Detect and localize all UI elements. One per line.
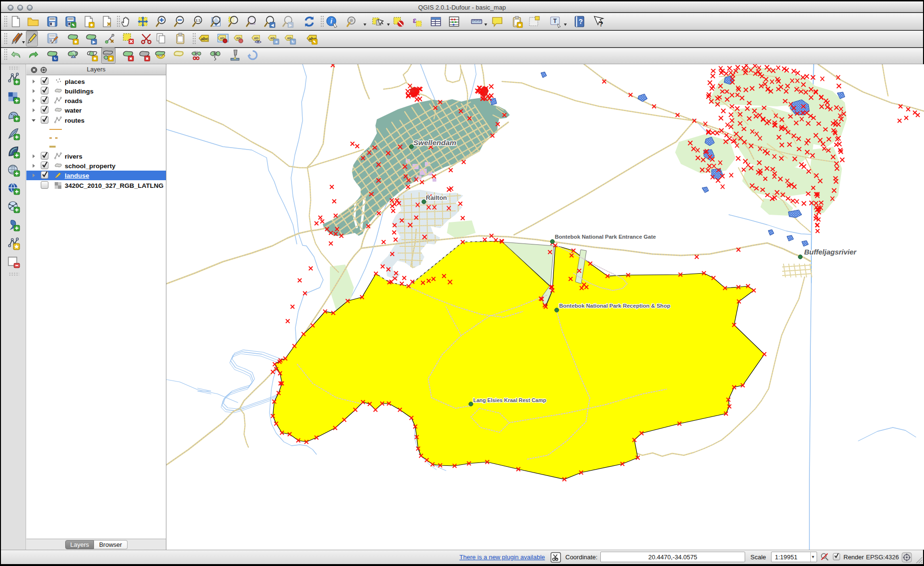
svg-text:✱: ✱: [90, 23, 94, 27]
svg-text:✎: ✎: [72, 23, 75, 27]
svg-text:ab: ab: [254, 36, 259, 40]
svg-text:?: ?: [599, 20, 603, 28]
svg-text:✱: ✱: [74, 40, 78, 44]
svg-text:abc: abc: [201, 36, 209, 41]
svg-text:✖: ✖: [146, 57, 149, 61]
svg-text:▶: ▶: [289, 23, 292, 27]
svg-text:T: T: [553, 18, 557, 24]
svg-text:▶: ▶: [92, 40, 96, 44]
svg-text:1:1: 1:1: [196, 18, 201, 23]
svg-text:✱: ✱: [518, 23, 522, 27]
svg-text:✱: ✱: [109, 57, 113, 61]
svg-text:↻: ↻: [292, 40, 294, 44]
svg-text:✱: ✱: [94, 57, 97, 61]
svg-text:Swellendam: Swellendam: [413, 139, 456, 147]
svg-text:✎: ✎: [313, 40, 316, 44]
svg-text:➔: ➔: [275, 40, 278, 44]
svg-text:Railton: Railton: [426, 194, 447, 201]
svg-text:?: ?: [579, 18, 583, 25]
svg-text:Bontebok National Park Recepti: Bontebok National Park Reception & Shop: [559, 303, 670, 309]
svg-text:◀: ◀: [270, 23, 274, 27]
svg-text:ε: ε: [413, 16, 417, 24]
svg-text:Bontebok National Park Entranc: Bontebok National Park Entrance Gate: [555, 234, 656, 240]
svg-text:↻: ↻: [54, 57, 57, 61]
svg-text:Lang Elsies Kraal Rest Camp: Lang Elsies Kraal Rest Camp: [473, 397, 547, 403]
svg-text:Buffeljagsrivier: Buffeljagsrivier: [804, 248, 857, 256]
svg-text:✖: ✖: [129, 57, 132, 61]
